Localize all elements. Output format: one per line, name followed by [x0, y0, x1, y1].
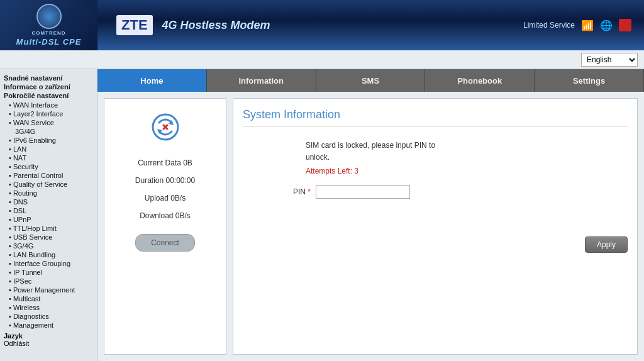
sidebar-item-dsl[interactable]: • DSL: [4, 206, 93, 215]
sync-icon: [150, 111, 181, 143]
comtrend-logo-circle: [36, 4, 62, 29]
header-status: Limited Service 📶 🌐: [523, 19, 631, 31]
tab-sms[interactable]: SMS: [316, 69, 426, 92]
tab-phonebook[interactable]: Phonebook: [425, 69, 535, 92]
sidebar: Snadné nastavení Informace o zařízení Po…: [0, 69, 97, 361]
sidebar-item-dns[interactable]: • DNS: [4, 197, 93, 206]
sidebar-item-3g4g-sub[interactable]: 3G/4G: [4, 127, 93, 136]
logo-area: COMTREND Multi-DSL CPE: [0, 0, 97, 50]
current-data-stat: Current Data 0B: [138, 158, 192, 167]
sidebar-item-snadne-nastaveni[interactable]: Snadné nastavení: [4, 74, 93, 82]
content-area: Home Information SMS Phonebook Settings: [97, 69, 644, 361]
sidebar-item-wireless[interactable]: • Wireless: [4, 303, 93, 312]
sidebar-item-routing[interactable]: • Routing: [4, 189, 93, 197]
upload-stat: Upload 0B/s: [145, 194, 186, 203]
sim-message: SIM card is locked, please input PIN to …: [306, 140, 628, 164]
tab-home[interactable]: Home: [97, 69, 207, 92]
sidebar-item-usb[interactable]: • USB Service: [4, 233, 93, 242]
apply-btn-row: Apply: [243, 236, 628, 253]
sync-icon-container: [150, 111, 181, 145]
sidebar-item-upnp[interactable]: • UPnP: [4, 215, 93, 224]
sidebar-item-qos[interactable]: • Quality of Service: [4, 180, 93, 189]
sidebar-item-security[interactable]: • Security: [4, 162, 93, 171]
nav-tabs: Home Information SMS Phonebook Settings: [97, 69, 644, 92]
left-panel: Current Data 0B Duration 00:00:00 Upload…: [104, 98, 226, 355]
apply-button[interactable]: Apply: [585, 236, 628, 253]
sidebar-item-management[interactable]: • Management: [4, 321, 93, 330]
main-layout: Snadné nastavení Informace o zařízení Po…: [0, 69, 644, 361]
language-bar: English Czech: [0, 50, 644, 69]
language-select[interactable]: English Czech: [581, 53, 638, 67]
sidebar-item-wan-interface[interactable]: • WAN Interface: [4, 101, 93, 109]
sidebar-item-interface-grouping[interactable]: • Interface Grouping: [4, 259, 93, 268]
header-right: ZTE 4G Hostless Modem Limited Service 📶 …: [97, 0, 644, 50]
system-info-title: System Information: [243, 108, 628, 127]
sidebar-item-pokrocile[interactable]: Pokročilé nastavení: [4, 92, 93, 99]
brand-subtitle: Multi-DSL CPE: [16, 37, 82, 47]
sidebar-item-nat[interactable]: • NAT: [4, 153, 93, 162]
pin-label: PIN *: [293, 187, 311, 196]
header-brand: ZTE 4G Hostless Modem: [116, 15, 270, 35]
sidebar-item-informace[interactable]: Informace o zařízení: [4, 83, 93, 91]
sim-message-line1: SIM card is locked, please input PIN to: [306, 141, 435, 150]
download-stat: Download 0B/s: [140, 211, 191, 220]
sidebar-item-wan-service[interactable]: • WAN Service: [4, 118, 93, 127]
pin-input[interactable]: [316, 185, 410, 199]
right-panel: System Information SIM card is locked, p…: [233, 98, 638, 355]
content-body: Current Data 0B Duration 00:00:00 Upload…: [97, 92, 644, 361]
sidebar-item-power-mgmt[interactable]: • Power Management: [4, 286, 93, 294]
header: COMTREND Multi-DSL CPE ZTE 4G Hostless M…: [0, 0, 644, 50]
zte-logo: ZTE: [116, 15, 153, 35]
tab-settings[interactable]: Settings: [535, 69, 644, 92]
sidebar-item-layer2[interactable]: • Layer2 Interface: [4, 109, 93, 118]
connect-button[interactable]: Connect: [135, 234, 195, 252]
pin-required-marker: *: [308, 187, 311, 196]
sidebar-item-lan-bundling[interactable]: • LAN Bundling: [4, 250, 93, 259]
sidebar-lang-label: Jazyk: [4, 332, 93, 340]
sidebar-item-diagnostics[interactable]: • Diagnostics: [4, 312, 93, 321]
tab-information[interactable]: Information: [207, 69, 316, 92]
sidebar-item-ipsec[interactable]: • IPSec: [4, 277, 93, 286]
sidebar-item-multicast[interactable]: • Multicast: [4, 294, 93, 303]
sidebar-item-ip-tunnel[interactable]: • IP Tunnel: [4, 268, 93, 277]
brand-name: COMTREND: [31, 30, 65, 36]
sidebar-item-parental[interactable]: • Parental Control: [4, 171, 93, 180]
sidebar-logout[interactable]: Odhlásit: [4, 340, 93, 347]
limited-service-label: Limited Service: [523, 21, 575, 30]
sidebar-item-ttl[interactable]: • TTL/Hop Limit: [4, 224, 93, 233]
sim-message-line2: unlock.: [306, 153, 330, 162]
pin-row: PIN *: [293, 185, 628, 199]
duration-stat: Duration 00:00:00: [135, 176, 195, 185]
sidebar-item-lan[interactable]: • LAN: [4, 145, 93, 153]
sidebar-item-ipv6[interactable]: • IPv6 Enabling: [4, 136, 93, 145]
signal-icon: 📶: [581, 19, 594, 31]
status-red-indicator: [619, 19, 631, 31]
modem-title: 4G Hostless Modem: [162, 19, 270, 32]
sidebar-item-3g4g[interactable]: • 3G/4G: [4, 242, 93, 250]
attempts-left-label: Attempts Left: 3: [306, 167, 628, 175]
globe-icon: 🌐: [600, 19, 613, 31]
